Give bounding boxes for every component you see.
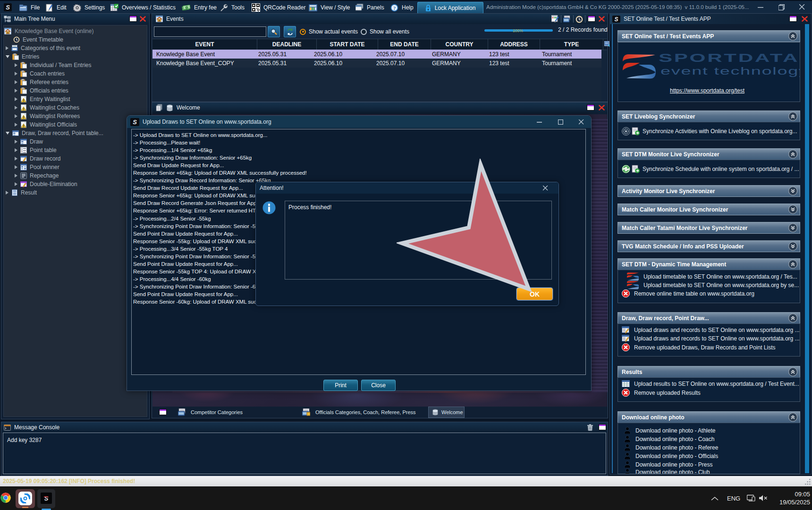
svg-text:?: ? xyxy=(393,5,396,10)
svg-text:S: S xyxy=(614,16,618,23)
svg-text:S: S xyxy=(133,119,137,126)
svg-text:S: S xyxy=(44,495,49,502)
svg-text:S: S xyxy=(6,4,10,11)
